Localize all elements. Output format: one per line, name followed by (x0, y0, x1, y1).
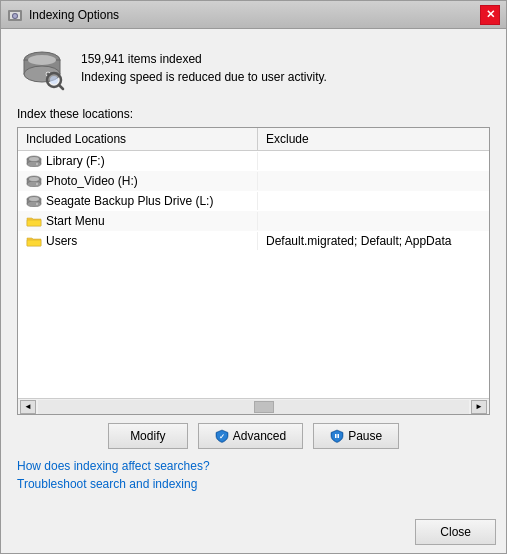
row-location: Start Menu (18, 212, 258, 230)
status-icon (17, 43, 67, 93)
drive-icon (26, 155, 42, 167)
row-location: Photo_Video (H:) (18, 172, 258, 190)
svg-point-27 (36, 203, 38, 205)
title-bar: Indexing Options ✕ (1, 1, 506, 29)
svg-point-20 (27, 181, 41, 187)
horizontal-scrollbar[interactable]: ◄ ► (18, 398, 489, 414)
advanced-button[interactable]: ✓ Advanced (198, 423, 303, 449)
svg-point-15 (27, 161, 41, 167)
svg-point-22 (36, 183, 38, 185)
close-dialog-button[interactable]: Close (415, 519, 496, 545)
pause-shield-icon (330, 429, 344, 443)
drive-icon (26, 175, 42, 187)
row-location: Users (18, 232, 258, 250)
window-icon (7, 7, 23, 23)
table-body: Library (F:) Photo_Video (H:) Seagate Ba… (18, 151, 489, 398)
locations-table: Included Locations Exclude Library (F:) … (17, 127, 490, 415)
links-area: How does indexing affect searches? Troub… (17, 459, 490, 495)
folder-icon (26, 235, 42, 247)
table-row[interactable]: Start Menu (18, 211, 489, 231)
svg-rect-28 (27, 220, 41, 226)
speed-notice: Indexing speed is reduced due to user ac… (81, 70, 327, 84)
svg-rect-31 (335, 434, 337, 438)
close-button[interactable]: ✕ (480, 5, 500, 25)
bottom-bar: Close (1, 513, 506, 553)
row-location: Library (F:) (18, 152, 258, 170)
modify-button[interactable]: Modify (108, 423, 188, 449)
svg-point-7 (28, 55, 56, 65)
section-label: Index these locations: (17, 107, 490, 121)
table-row[interactable]: Seagate Backup Plus Drive (L:) (18, 191, 489, 211)
scroll-track[interactable] (38, 400, 469, 414)
row-location: Seagate Backup Plus Drive (L:) (18, 192, 258, 210)
pause-button[interactable]: Pause (313, 423, 399, 449)
svg-point-26 (29, 197, 39, 201)
advanced-label: Advanced (233, 429, 286, 443)
window-title: Indexing Options (29, 8, 480, 22)
drive-icon (26, 195, 42, 207)
scroll-left-button[interactable]: ◄ (20, 400, 36, 414)
svg-line-12 (59, 85, 63, 89)
table-row[interactable]: UsersDefault.migrated; Default; AppData (18, 231, 489, 251)
svg-text:✓: ✓ (219, 433, 225, 440)
main-content: 159,941 items indexed Indexing speed is … (1, 29, 506, 513)
row-exclude: Default.migrated; Default; AppData (258, 232, 489, 250)
svg-point-21 (29, 177, 39, 181)
svg-point-11 (50, 76, 58, 84)
svg-rect-32 (338, 434, 340, 438)
col-exclude-header: Exclude (258, 128, 489, 150)
svg-point-16 (29, 157, 39, 161)
indexing-icon (18, 44, 66, 92)
svg-point-17 (36, 163, 38, 165)
svg-rect-29 (27, 240, 41, 246)
indexing-options-window: Indexing Options ✕ (0, 0, 507, 554)
troubleshoot-link[interactable]: Troubleshoot search and indexing (17, 477, 490, 491)
col-included-header: Included Locations (18, 128, 258, 150)
action-buttons: Modify ✓ Advanced Pause (17, 423, 490, 449)
svg-point-3 (13, 14, 17, 18)
row-exclude (258, 179, 489, 183)
svg-point-25 (27, 201, 41, 207)
row-exclude (258, 159, 489, 163)
scroll-thumb[interactable] (254, 401, 274, 413)
table-row[interactable]: Photo_Video (H:) (18, 171, 489, 191)
folder-icon (26, 215, 42, 227)
table-header: Included Locations Exclude (18, 128, 489, 151)
pause-label: Pause (348, 429, 382, 443)
row-exclude (258, 199, 489, 203)
status-area: 159,941 items indexed Indexing speed is … (17, 43, 490, 93)
table-row[interactable]: Library (F:) (18, 151, 489, 171)
items-count: 159,941 items indexed (81, 52, 327, 66)
row-exclude (258, 219, 489, 223)
how-does-link[interactable]: How does indexing affect searches? (17, 459, 490, 473)
shield-icon: ✓ (215, 429, 229, 443)
status-text: 159,941 items indexed Indexing speed is … (81, 52, 327, 84)
scroll-right-button[interactable]: ► (471, 400, 487, 414)
